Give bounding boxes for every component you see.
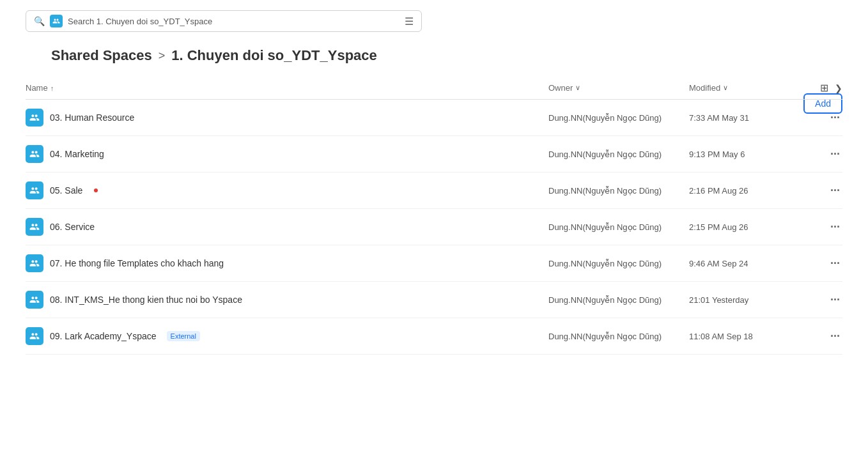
breadcrumb-parent[interactable]: Shared Spaces <box>51 47 152 64</box>
table-header: Name ↑ Owner ∨ Modified ∨ ⊞ ❯ <box>26 77 842 100</box>
more-options-button[interactable]: ··· <box>817 111 842 125</box>
folder-icon <box>26 327 43 345</box>
owner-header[interactable]: Owner ∨ <box>548 82 689 94</box>
item-name[interactable]: 03. Human Resource <box>50 112 134 123</box>
table-row: 05. Sale Dung.NN(Nguyễn Ngọc Dũng) 2:16 … <box>26 173 842 209</box>
modified-cell: 2:16 PM Aug 26 <box>689 186 817 196</box>
table-row: 07. He thong file Templates cho khach ha… <box>26 245 842 282</box>
item-name[interactable]: 08. INT_KMS_He thong kien thuc noi bo Ys… <box>50 295 242 305</box>
header-actions: ⊞ ❯ <box>817 82 842 94</box>
search-avatar <box>50 15 63 27</box>
folder-icon <box>26 291 43 309</box>
name-cell: 03. Human Resource <box>26 109 548 127</box>
table-row: 04. Marketing Dung.NN(Nguyễn Ngọc Dũng) … <box>26 136 842 173</box>
folder-icon <box>26 109 43 127</box>
owner-cell: Dung.NN(Nguyễn Ngọc Dũng) <box>548 332 689 341</box>
chevron-right-icon[interactable]: ❯ <box>835 83 842 93</box>
owner-cell: Dung.NN(Nguyễn Ngọc Dũng) <box>548 150 689 159</box>
more-options-button[interactable]: ··· <box>817 148 842 161</box>
filter-icon[interactable]: ☰ <box>405 15 414 27</box>
modified-header-label: Modified <box>689 83 720 93</box>
modified-header[interactable]: Modified ∨ <box>689 82 817 94</box>
name-cell: 04. Marketing <box>26 145 548 163</box>
owner-cell: Dung.NN(Nguyễn Ngọc Dũng) <box>548 113 689 123</box>
search-placeholder[interactable]: Search 1. Chuyen doi so_YDT_Yspace <box>68 17 405 26</box>
more-options-button[interactable]: ··· <box>817 257 842 270</box>
grid-view-icon[interactable]: ⊞ <box>820 82 828 94</box>
search-icon: 🔍 <box>34 16 45 26</box>
owner-cell: Dung.NN(Nguyễn Ngọc Dũng) <box>548 295 689 305</box>
folder-icon <box>26 218 43 236</box>
table-row: 08. INT_KMS_He thong kien thuc noi bo Ys… <box>26 282 842 318</box>
breadcrumb: Shared Spaces > 1. Chuyen doi so_YDT_Ysp… <box>51 47 842 64</box>
item-name[interactable]: 09. Lark Academy_Yspace <box>50 331 157 341</box>
modified-cell: 2:15 PM Aug 26 <box>689 222 817 232</box>
owner-sort-icon: ∨ <box>575 84 580 92</box>
external-badge: External <box>167 331 200 341</box>
name-cell: 05. Sale <box>26 181 548 199</box>
item-name[interactable]: 05. Sale <box>50 185 82 196</box>
name-cell: 08. INT_KMS_He thong kien thuc noi bo Ys… <box>26 291 548 309</box>
name-cell: 07. He thong file Templates cho khach ha… <box>26 254 548 272</box>
modified-sort-icon: ∨ <box>723 84 728 92</box>
item-name[interactable]: 06. Service <box>50 222 95 232</box>
folder-icon <box>26 254 43 272</box>
breadcrumb-separator: > <box>159 49 166 63</box>
modified-cell: 7:33 AM May 31 <box>689 113 817 123</box>
more-options-button[interactable]: ··· <box>817 220 842 234</box>
name-header-label: Name <box>26 83 48 93</box>
folder-icon <box>26 145 43 163</box>
red-dot-indicator <box>94 189 98 192</box>
search-bar: 🔍 Search 1. Chuyen doi so_YDT_Yspace ☰ <box>26 10 422 32</box>
name-header[interactable]: Name ↑ <box>26 82 548 94</box>
file-table: Name ↑ Owner ∨ Modified ∨ ⊞ ❯ 03. Human … <box>26 77 842 355</box>
modified-cell: 9:13 PM May 6 <box>689 150 817 159</box>
item-name[interactable]: 04. Marketing <box>50 149 104 159</box>
table-row: 03. Human Resource Dung.NN(Nguyễn Ngọc D… <box>26 100 842 136</box>
breadcrumb-current: 1. Chuyen doi so_YDT_Yspace <box>171 47 377 64</box>
name-cell: 06. Service <box>26 218 548 236</box>
owner-cell: Dung.NN(Nguyễn Ngọc Dũng) <box>548 222 689 232</box>
owner-cell: Dung.NN(Nguyễn Ngọc Dũng) <box>548 186 689 196</box>
folder-icon <box>26 181 43 199</box>
modified-cell: 21:01 Yesterday <box>689 295 817 305</box>
modified-cell: 11:08 AM Sep 18 <box>689 332 817 341</box>
name-sort-icon: ↑ <box>50 84 54 92</box>
table-row: 09. Lark Academy_Yspace External Dung.NN… <box>26 318 842 355</box>
more-options-button[interactable]: ··· <box>817 330 842 343</box>
more-options-button[interactable]: ··· <box>817 184 842 197</box>
more-options-button[interactable]: ··· <box>817 293 842 307</box>
owner-header-label: Owner <box>548 83 573 93</box>
table-row: 06. Service Dung.NN(Nguyễn Ngọc Dũng) 2:… <box>26 209 842 245</box>
modified-cell: 9:46 AM Sep 24 <box>689 259 817 268</box>
item-name[interactable]: 07. He thong file Templates cho khach ha… <box>50 258 224 268</box>
owner-cell: Dung.NN(Nguyễn Ngọc Dũng) <box>548 259 689 268</box>
name-cell: 09. Lark Academy_Yspace External <box>26 327 548 345</box>
